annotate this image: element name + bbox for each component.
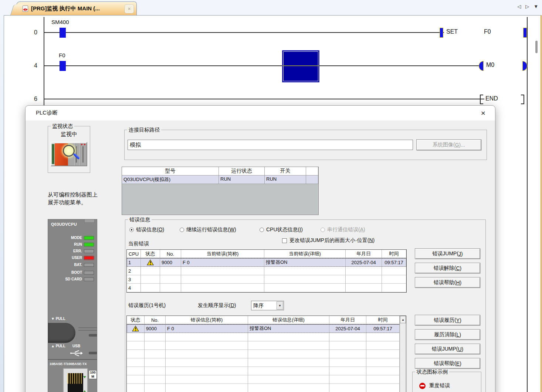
error-info-group: 错误信息 错误信息(O) 继续运行错误信息(W) CPU状态信息(I) 串行通信… <box>125 219 486 392</box>
sdcard-led <box>84 277 94 281</box>
tab-prg-main[interactable]: [PRG]监视 执行中 MAIN (... × <box>16 1 137 16</box>
connection-path-input[interactable] <box>128 140 413 150</box>
set-operand[interactable]: F0 <box>484 28 491 35</box>
column-header: 开关 <box>265 167 306 175</box>
radio-cpu-status[interactable]: CPU状态信息(I) <box>260 226 303 233</box>
pull-up-label: ▲ PULL <box>51 344 65 348</box>
error-history-label: 错误履历(1号机) <box>128 302 166 309</box>
contact-sm400[interactable] <box>60 28 66 38</box>
edit-cursor-cell[interactable] <box>282 50 319 82</box>
table-header-row: CPU 状态 No. 当前错误(简称) 当前错误(详细) 年月日 时间 <box>127 250 406 258</box>
system-image-button: 系统图像(G)... <box>416 139 481 150</box>
plc-diagnostics-dialog: PLC诊断 × 监视状态 监视中 从可编程控制器图上 <box>25 105 495 392</box>
scroll-tabs-left-icon[interactable]: ◁ <box>517 4 521 9</box>
led-label: BAT. <box>74 263 82 267</box>
combo-dropdown-icon[interactable]: ▼ <box>277 301 283 310</box>
radio-error-info[interactable]: 错误信息(O) <box>129 226 164 233</box>
switch-cell[interactable]: RUN <box>265 175 306 184</box>
ladder-wire <box>44 65 484 66</box>
ladder-monitor-icon <box>23 6 28 12</box>
cpu-model-label: Q03UDVCPU <box>51 222 77 226</box>
current-error-row[interactable]: 3 <box>127 275 406 284</box>
cpu-module-graphic[interactable]: Q03UDVCPU MODE RUN ERR. USER BAT. BOOT S… <box>48 219 97 392</box>
status-icon-legend-group: 状态图标示例 重度错误 <box>412 372 481 392</box>
error-history-table: 状态 No. 错误信息(简称) 错误信息(详细) 年月日 时间 9000 F 0… <box>126 316 406 392</box>
history-error-help-button[interactable]: 错误帮助(E) <box>415 358 480 369</box>
radio-icon <box>321 228 325 232</box>
history-row[interactable]: 9000 F 0 报警器ON 2025-07-04 09:57:17 <box>127 324 406 333</box>
history-clear-button[interactable]: 履历清除(L) <box>415 329 480 340</box>
boot-led <box>84 271 94 275</box>
error-help-button[interactable]: 错误帮助(H) <box>415 277 480 288</box>
current-error-row[interactable]: 1 9000 F 0 报警器ON 2025-07-04 09:57:17 <box>127 258 406 267</box>
legend-item-label: 重度错误 <box>429 382 450 389</box>
step-number: 0 <box>26 29 37 36</box>
run-state-cell[interactable]: RUN <box>219 175 265 184</box>
pull-recess <box>48 323 75 343</box>
tab-list-menu-icon[interactable]: ▼ <box>533 4 538 9</box>
history-row[interactable] <box>127 384 406 392</box>
radio-icon <box>180 228 184 232</box>
checkbox-icon <box>282 238 287 243</box>
scroll-tabs-right-icon[interactable]: ▷ <box>525 4 529 9</box>
usb-icon <box>70 351 83 356</box>
led-label: ERR. <box>73 249 82 253</box>
radio-continue-error[interactable]: 继续运行错误信息(W) <box>180 226 236 233</box>
dialog-titlebar[interactable]: PLC诊断 × <box>26 106 495 120</box>
mode-led <box>84 236 94 240</box>
tab-close-button[interactable]: × <box>125 5 133 13</box>
set-open-bracket[interactable] <box>440 28 443 38</box>
ladder-wire <box>44 99 484 99</box>
end-instruction[interactable]: END <box>485 95 498 102</box>
user-led <box>84 256 94 260</box>
history-row[interactable] <box>127 350 406 358</box>
current-error-row[interactable]: 4 <box>127 284 406 292</box>
coil-open-bracket[interactable] <box>479 61 484 71</box>
ethernet-label: 10BASE-T/100BASE-TX <box>50 362 87 366</box>
coil-operand[interactable]: M0 <box>486 62 494 68</box>
radio-selected-icon <box>129 228 134 232</box>
table-header-row: 状态 No. 错误信息(简称) 错误信息(详细) 年月日 时间 <box>127 316 406 324</box>
pull-down-label: ▼ PULL <box>51 317 65 321</box>
set-close-bracket[interactable] <box>523 28 527 38</box>
contact-f0[interactable] <box>60 61 66 71</box>
scroll-up-icon[interactable]: ▲ <box>400 316 406 323</box>
hint-text: 从可编程控制器图上 展开功能菜单。 <box>48 191 118 206</box>
error-jump-button[interactable]: 错误JUMP(J) <box>415 248 480 259</box>
history-row[interactable] <box>127 367 406 375</box>
set-op[interactable]: SET <box>446 28 458 35</box>
step-number: 4 <box>26 62 37 69</box>
current-error-label: 当前错误 <box>128 241 149 247</box>
error-history-button[interactable]: 错误履历(Y) <box>415 315 480 325</box>
warning-icon <box>147 259 154 265</box>
led-label: BOOT <box>71 270 82 275</box>
history-row[interactable] <box>127 341 406 350</box>
current-error-row[interactable]: 2 <box>127 267 406 275</box>
history-scrollbar[interactable]: ▲ <box>400 316 406 392</box>
history-row[interactable] <box>127 333 406 341</box>
tab-title: [PRG]监视 执行中 MAIN (... <box>31 5 100 12</box>
ladder-wire <box>44 32 444 33</box>
column-header: 运行状态 <box>219 167 265 175</box>
radio-icon <box>260 228 264 232</box>
led-label: SD CARD <box>65 277 82 281</box>
editor-vertical-scrollbar[interactable] <box>535 41 538 53</box>
dialog-close-icon[interactable]: × <box>478 108 488 118</box>
history-row[interactable] <box>127 375 406 384</box>
led-label: MODE <box>71 236 82 240</box>
error-group-label: 错误信息 <box>128 217 152 223</box>
monitor-status-text: 监视中 <box>48 131 90 138</box>
usb-label: USB <box>72 344 80 348</box>
model-cell[interactable]: Q03UDVCPU(模拟器) <box>122 175 219 184</box>
resize-after-jump-checkbox[interactable]: 更改错误JUMP后的画面大小·位置(N) <box>282 237 375 244</box>
right-power-rail <box>527 17 528 392</box>
history-error-jump-button[interactable]: 错误JUMP(U) <box>415 344 480 354</box>
tab-scroll-controls: ◁ ▷ ▼ <box>517 4 538 9</box>
plc-monitor-image <box>51 142 87 166</box>
legend-group-label: 状态图标示例 <box>415 369 449 375</box>
order-combobox[interactable]: 降序 ▼ <box>251 301 284 310</box>
error-clear-button[interactable]: 错误解除(C) <box>415 263 480 273</box>
history-row[interactable] <box>127 358 406 367</box>
current-error-table: CPU 状态 No. 当前错误(简称) 当前错误(详细) 年月日 时间 1 90… <box>126 249 407 293</box>
module-notch <box>84 219 95 223</box>
